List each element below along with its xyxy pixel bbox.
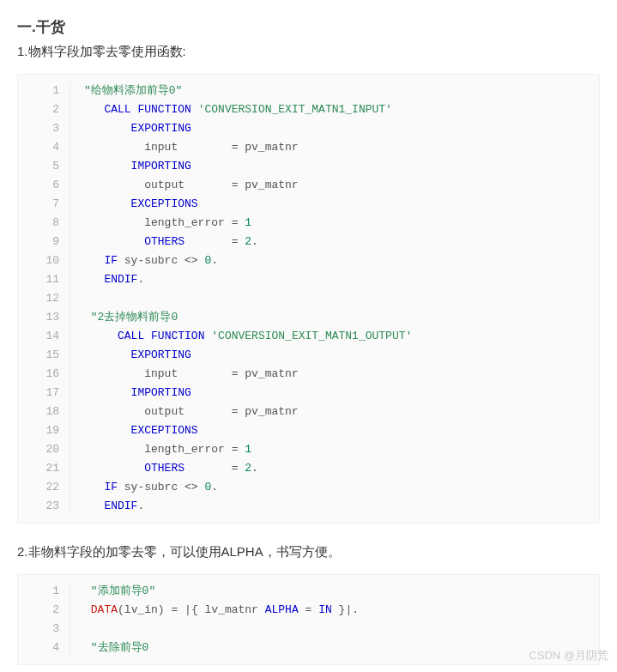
line-content: length_error = 1 xyxy=(70,440,599,459)
line-content: output = pv_matnr xyxy=(70,176,599,195)
watermark: CSDN @月阴荒 xyxy=(529,648,608,663)
code-line: 11 ENDIF. xyxy=(18,270,599,289)
line-content: length_error = 1 xyxy=(70,214,599,233)
code-line: 4 "去除前导0 xyxy=(18,639,599,657)
line-number: 13 xyxy=(18,308,70,327)
line-number: 23 xyxy=(18,497,70,516)
code-line: 18 output = pv_matnr xyxy=(18,403,599,421)
line-number: 21 xyxy=(18,459,70,478)
code-block-1: 1"给物料添加前导0"2 CALL FUNCTION 'CONVERSION_E… xyxy=(17,74,600,524)
code-line: 3 EXPORTING xyxy=(18,119,599,138)
code-line: 8 length_error = 1 xyxy=(18,214,599,233)
line-content: "添加前导0" xyxy=(70,582,599,601)
line-number: 14 xyxy=(18,327,70,346)
line-number: 9 xyxy=(18,233,70,251)
line-content: CALL FUNCTION 'CONVERSION_EXIT_MATN1_OUT… xyxy=(70,327,599,346)
code-line: 4 input = pv_matnr xyxy=(18,138,599,157)
line-content: output = pv_matnr xyxy=(70,403,599,421)
code-line: 13 "2去掉物料前导0 xyxy=(18,308,599,327)
section-heading: 一.干货 xyxy=(17,17,600,37)
code-line: 1"给物料添加前导0" xyxy=(18,82,599,100)
line-content: OTHERS = 2. xyxy=(70,233,599,251)
code-line: 20 length_error = 1 xyxy=(18,440,599,459)
line-number: 4 xyxy=(18,138,70,157)
line-number: 2 xyxy=(18,100,70,119)
code-line: 9 OTHERS = 2. xyxy=(18,233,599,251)
line-number: 10 xyxy=(18,251,70,270)
line-number: 5 xyxy=(18,157,70,176)
code-line: 10 IF sy-subrc <> 0. xyxy=(18,251,599,270)
line-content: IMPORTING xyxy=(70,384,599,403)
line-content xyxy=(70,289,599,308)
line-number: 3 xyxy=(18,119,70,138)
line-number: 8 xyxy=(18,214,70,233)
code-line: 22 IF sy-subrc <> 0. xyxy=(18,478,599,497)
line-number: 11 xyxy=(18,270,70,289)
line-content: "2去掉物料前导0 xyxy=(70,308,599,327)
line-content: EXPORTING xyxy=(70,119,599,138)
line-number: 20 xyxy=(18,440,70,459)
line-content: "去除前导0 xyxy=(70,639,599,657)
code-line: 12 xyxy=(18,289,599,308)
line-content: EXCEPTIONS xyxy=(70,195,599,214)
code-line: 2 DATA(lv_in) = |{ lv_matnr ALPHA = IN }… xyxy=(18,601,599,620)
description-2: 2.非物料字段的加零去零，可以使用ALPHA，书写方便。 xyxy=(17,544,600,560)
line-number: 15 xyxy=(18,346,70,365)
code-line: 21 OTHERS = 2. xyxy=(18,459,599,478)
code-line: 23 ENDIF. xyxy=(18,497,599,516)
code-line: 17 IMPORTING xyxy=(18,384,599,403)
line-number: 18 xyxy=(18,403,70,421)
line-content: EXPORTING xyxy=(70,346,599,365)
line-content: DATA(lv_in) = |{ lv_matnr ALPHA = IN }|. xyxy=(70,601,599,620)
line-number: 12 xyxy=(18,289,70,308)
line-content: OTHERS = 2. xyxy=(70,459,599,478)
code-line: 7 EXCEPTIONS xyxy=(18,195,599,214)
code-line: 19 EXCEPTIONS xyxy=(18,421,599,440)
line-content: input = pv_matnr xyxy=(70,138,599,157)
line-content: IF sy-subrc <> 0. xyxy=(70,251,599,270)
line-number: 4 xyxy=(18,639,70,657)
line-number: 3 xyxy=(18,620,70,639)
line-number: 17 xyxy=(18,384,70,403)
line-content: EXCEPTIONS xyxy=(70,421,599,440)
code-line: 15 EXPORTING xyxy=(18,346,599,365)
line-content: IMPORTING xyxy=(70,157,599,176)
line-number: 7 xyxy=(18,195,70,214)
line-number: 16 xyxy=(18,365,70,384)
code-line: 16 input = pv_matnr xyxy=(18,365,599,384)
code-line: 5 IMPORTING xyxy=(18,157,599,176)
line-number: 19 xyxy=(18,421,70,440)
code-line: 6 output = pv_matnr xyxy=(18,176,599,195)
line-content: input = pv_matnr xyxy=(70,365,599,384)
line-content: "给物料添加前导0" xyxy=(70,82,599,100)
code-line: 14 CALL FUNCTION 'CONVERSION_EXIT_MATN1_… xyxy=(18,327,599,346)
line-number: 1 xyxy=(18,582,70,601)
line-number: 1 xyxy=(18,82,70,100)
description-1: 1.物料字段加零去零使用函数: xyxy=(17,44,600,60)
line-number: 6 xyxy=(18,176,70,195)
code-block-2: 1 "添加前导0"2 DATA(lv_in) = |{ lv_matnr ALP… xyxy=(17,574,600,665)
line-number: 22 xyxy=(18,478,70,497)
code-line: 2 CALL FUNCTION 'CONVERSION_EXIT_MATN1_I… xyxy=(18,100,599,119)
line-number: 2 xyxy=(18,601,70,620)
line-content xyxy=(70,620,599,639)
line-content: ENDIF. xyxy=(70,270,599,289)
line-content: IF sy-subrc <> 0. xyxy=(70,478,599,497)
code-line: 3 xyxy=(18,620,599,639)
code-line: 1 "添加前导0" xyxy=(18,582,599,601)
line-content: CALL FUNCTION 'CONVERSION_EXIT_MATN1_INP… xyxy=(70,100,599,119)
line-content: ENDIF. xyxy=(70,497,599,516)
